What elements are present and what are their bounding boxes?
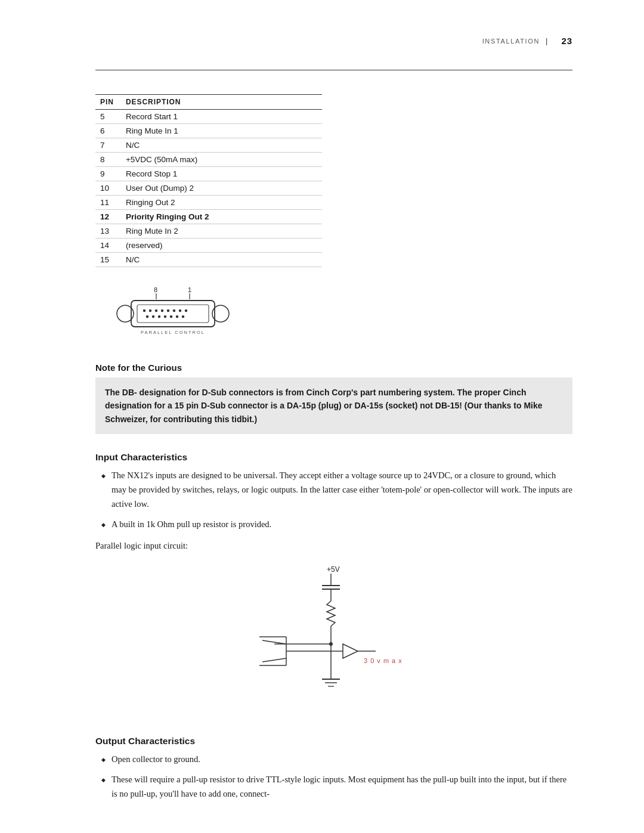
table-row: 15N/C: [95, 253, 322, 267]
header-separator: |: [546, 36, 548, 45]
pin-cell: 11: [95, 196, 121, 210]
table-row: 9Record Stop 1: [95, 167, 322, 181]
circuit-svg: +5V: [239, 563, 429, 718]
note-box: The DB- designation for D-Sub connectors…: [95, 377, 572, 434]
pin-cell: 9: [95, 167, 121, 181]
svg-line-24: [262, 658, 286, 662]
voltage-max-label: 3 0 v m a x: [364, 657, 402, 664]
pin-table-body: 5Record Start 16Ring Mute In 17N/C8+5VDC…: [95, 110, 322, 267]
desc-cell: Ring Mute In 2: [121, 224, 322, 239]
svg-point-13: [164, 315, 166, 318]
table-row: 7N/C: [95, 138, 322, 153]
connector-svg: 8 1: [113, 285, 233, 339]
output-bullet-2-text: These will require a pull-up resistor to…: [112, 773, 572, 801]
parallel-logic-text: Parallel logic input circuit:: [95, 539, 572, 553]
note-section: Note for the Curious The DB- designation…: [95, 363, 572, 434]
table-row: 10User Out (Dump) 2: [95, 181, 322, 196]
desc-cell: Ring Mute In 1: [121, 124, 322, 138]
desc-cell: N/C: [121, 253, 322, 267]
pin-cell: 5: [95, 110, 121, 124]
desc-cell: User Out (Dump) 2: [121, 181, 322, 196]
circuit-diagram-area: +5V: [95, 563, 572, 718]
desc-cell: N/C: [121, 138, 322, 153]
page-container: INSTALLATION | 23 PIN DESCRIPTION 5Recor…: [0, 0, 644, 833]
svg-point-15: [176, 315, 178, 318]
table-row: 11Ringing Out 2: [95, 196, 322, 210]
desc-cell: Record Stop 1: [121, 167, 322, 181]
voltage-label: +5V: [327, 565, 340, 574]
table-row: 8+5VDC (50mA max): [95, 153, 322, 167]
svg-point-3: [149, 309, 151, 312]
pin-cell: 15: [95, 253, 121, 267]
input-bullet-list: ◆ The NX12's inputs are designed to be u…: [101, 469, 572, 532]
pin-cell: 6: [95, 124, 121, 138]
connector-inner: [137, 305, 209, 323]
desc-cell: Priority Ringing Out 2: [121, 210, 322, 224]
table-row: 14(reserved): [95, 239, 322, 253]
pin-cell: 7: [95, 138, 121, 153]
note-heading: Note for the Curious: [95, 363, 572, 373]
table-row: 6Ring Mute In 1: [95, 124, 322, 138]
table-header-row: PIN DESCRIPTION: [95, 95, 322, 110]
output-bullet-list: ◆ Open collector to ground. ◆ These will…: [101, 753, 572, 801]
connector-svg-area: 8 1: [113, 285, 233, 339]
output-bullet-1: ◆ Open collector to ground.: [101, 753, 572, 767]
pin-cell: 10: [95, 181, 121, 196]
svg-point-12: [158, 315, 160, 318]
header-rule: [95, 70, 572, 70]
svg-point-2: [143, 309, 145, 312]
output-bullet-1-text: Open collector to ground.: [112, 753, 200, 767]
svg-point-8: [179, 309, 181, 312]
pin8-label: 8: [154, 286, 157, 293]
connector-diagram: 8 1: [113, 285, 572, 339]
pin-cell: 13: [95, 224, 121, 239]
col-pin-header: PIN: [95, 95, 121, 110]
svg-point-14: [170, 315, 172, 318]
svg-point-6: [167, 309, 169, 312]
pin-cell: 8: [95, 153, 121, 167]
table-row: 12Priority Ringing Out 2: [95, 210, 322, 224]
svg-point-4: [155, 309, 157, 312]
input-characteristics-heading: Input Characteristics: [95, 452, 572, 463]
output-characteristics-heading: Output Characteristics: [95, 736, 572, 747]
desc-cell: Record Start 1: [121, 110, 322, 124]
chapter-label: INSTALLATION: [482, 38, 540, 45]
pin1-label: 1: [188, 286, 191, 293]
input-bullet-1: ◆ The NX12's inputs are designed to be u…: [101, 469, 572, 512]
pin-cell: 12: [95, 210, 121, 224]
svg-point-10: [146, 315, 148, 318]
svg-marker-26: [343, 644, 358, 658]
input-bullet-2-text: A built in 1k Ohm pull up resistor is pr…: [112, 518, 271, 532]
svg-point-16: [182, 315, 184, 318]
svg-point-7: [173, 309, 175, 312]
desc-cell: +5VDC (50mA max): [121, 153, 322, 167]
input-bullet-2: ◆ A built in 1k Ohm pull up resistor is …: [101, 518, 572, 532]
pin-cell: 14: [95, 239, 121, 253]
table-row: 13Ring Mute In 2: [95, 224, 322, 239]
svg-point-9: [185, 309, 187, 312]
svg-point-11: [152, 315, 154, 318]
col-desc-header: DESCRIPTION: [121, 95, 322, 110]
desc-cell: Ringing Out 2: [121, 196, 322, 210]
connector-label: PARALLEL CONTROL: [141, 330, 205, 335]
page-number: 23: [561, 36, 572, 46]
input-bullet-1-text: The NX12's inputs are designed to be uni…: [112, 469, 572, 512]
pin-table: PIN DESCRIPTION 5Record Start 16Ring Mut…: [95, 94, 322, 267]
svg-point-5: [161, 309, 163, 312]
output-bullet-2: ◆ These will require a pull-up resistor …: [101, 773, 572, 801]
svg-line-23: [262, 640, 286, 644]
page-header: INSTALLATION | 23: [95, 36, 572, 46]
desc-cell: (reserved): [121, 239, 322, 253]
table-row: 5Record Start 1: [95, 110, 322, 124]
